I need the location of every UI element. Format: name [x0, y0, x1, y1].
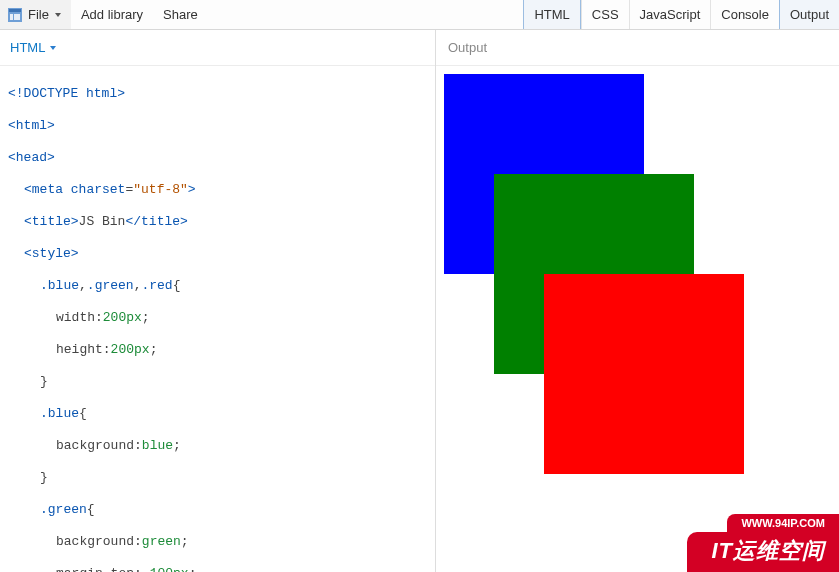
file-label: File: [28, 7, 49, 22]
workspace: HTML <!DOCTYPE html> <html> <head> <meta…: [0, 30, 839, 572]
share-label: Share: [163, 7, 198, 22]
svg-rect-3: [14, 14, 20, 20]
toolbar-right: HTML CSS JavaScript Console Output: [523, 0, 839, 29]
chevron-down-icon: [55, 13, 61, 17]
tab-javascript-label: JavaScript: [640, 7, 701, 22]
tab-output[interactable]: Output: [779, 0, 839, 29]
editor-language-dropdown[interactable]: HTML: [10, 40, 56, 55]
add-library-button[interactable]: Add library: [71, 0, 153, 29]
app-icon: [8, 8, 22, 22]
file-menu[interactable]: File: [0, 0, 71, 29]
editor-pane: HTML <!DOCTYPE html> <html> <head> <meta…: [0, 30, 436, 572]
output-pane: Output: [436, 30, 839, 572]
tab-console[interactable]: Console: [710, 0, 779, 29]
tab-html-label: HTML: [534, 7, 569, 22]
add-library-label: Add library: [81, 7, 143, 22]
editor-pane-header: HTML: [0, 30, 435, 66]
output-preview: [436, 66, 839, 482]
tab-javascript[interactable]: JavaScript: [629, 0, 711, 29]
toolbar-left: File Add library Share: [0, 0, 523, 29]
svg-rect-2: [10, 14, 13, 20]
output-pane-label: Output: [448, 40, 487, 55]
editor-language-label: HTML: [10, 40, 45, 55]
tab-output-label: Output: [790, 7, 829, 22]
tab-html[interactable]: HTML: [523, 0, 580, 29]
tab-console-label: Console: [721, 7, 769, 22]
share-button[interactable]: Share: [153, 0, 208, 29]
tab-css-label: CSS: [592, 7, 619, 22]
toolbar: File Add library Share HTML CSS JavaScri…: [0, 0, 839, 30]
svg-rect-1: [9, 9, 21, 12]
output-pane-header: Output: [436, 30, 839, 66]
code-line: <!DOCTYPE html>: [8, 86, 427, 102]
red-square: [544, 274, 744, 474]
tab-css[interactable]: CSS: [581, 0, 629, 29]
code-editor[interactable]: <!DOCTYPE html> <html> <head> <meta char…: [0, 66, 435, 572]
chevron-down-icon: [50, 46, 56, 50]
